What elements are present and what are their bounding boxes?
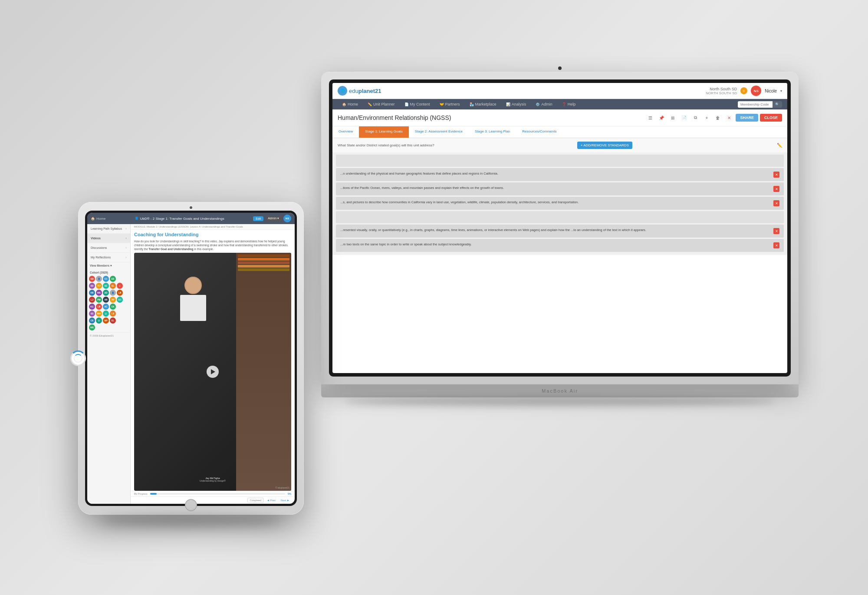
sidebar-item-discussions[interactable]: Discussions › xyxy=(87,243,130,253)
nav-my-content[interactable]: 📄 My Content xyxy=(400,99,434,109)
avatar-li2: LI xyxy=(96,317,102,324)
user-name-label: Nicole xyxy=(765,89,777,93)
avatar-pm: PM xyxy=(96,297,102,303)
prev-button[interactable]: ◄ Prev xyxy=(265,498,277,502)
pin-icon[interactable]: 📌 xyxy=(657,113,666,122)
nav-help[interactable]: ❓ Help xyxy=(558,99,580,109)
menu-icon[interactable]: ☰ xyxy=(645,113,655,122)
tab-assessment-evidence[interactable]: Stage 2: Assessment Evidence xyxy=(409,126,469,138)
laptop-device: 🌐 eduplanet21 North South SD NORTH SOUTH… xyxy=(321,72,799,410)
unit-planner-icon: ✏️ xyxy=(368,102,372,106)
sidebar-item-syllabus[interactable]: Learning Path Syllabus › xyxy=(87,224,130,234)
cohort-view-members[interactable]: View Members ▾ xyxy=(87,262,130,269)
nav-admin[interactable]: ⚙️ Admin xyxy=(531,99,557,109)
tab-learning-plan[interactable]: Stage 3: Learning Plan xyxy=(469,126,516,138)
ipad-video-container: Jay McTighe Understanding by Design® © e… xyxy=(134,253,291,491)
nav-marketplace[interactable]: 🏪 Marketplace xyxy=(465,99,501,109)
delete-row-3-button[interactable]: ✕ xyxy=(773,200,779,206)
trash-icon[interactable]: 🗑 xyxy=(713,113,723,122)
delete-row-5-button[interactable]: ✕ xyxy=(773,242,779,248)
avatar-ac: AC xyxy=(103,304,109,310)
nav-my-content-label: My Content xyxy=(410,102,430,106)
play-triangle-icon xyxy=(211,369,215,374)
delete-row-2-button[interactable]: ✕ xyxy=(773,186,779,192)
delete-icon[interactable]: ✕ xyxy=(724,113,734,122)
tab-overview[interactable]: Overview xyxy=(332,126,359,138)
avatar-we2: WE xyxy=(89,324,95,331)
content-row-2: ...tions of the Pacific Ocean, rivers, v… xyxy=(336,182,784,195)
marketplace-icon: 🏪 xyxy=(470,102,474,106)
ipad-sidebar: Learning Path Syllabus › Videos › Discus… xyxy=(87,224,131,504)
delete-row-4-button[interactable]: ✕ xyxy=(773,228,779,234)
ipad-screen: 🏠 Home 📘 UbD® - 2 Stage 1: Transfer Goal… xyxy=(87,213,295,504)
app-logo-icon: 🌐 xyxy=(338,86,347,96)
search-button[interactable]: 🔍 xyxy=(773,101,782,108)
avatar-we: WE xyxy=(96,290,102,296)
ipad-admin-button[interactable]: Admin ▾ xyxy=(265,216,282,221)
ipad-nav-home[interactable]: 🏠 Home xyxy=(91,217,105,221)
close-button[interactable]: CLOSE xyxy=(760,114,782,122)
grid-icon[interactable]: ⊞ xyxy=(668,113,677,122)
nav-unit-planner[interactable]: ✏️ Unit Planner xyxy=(363,99,399,109)
unit-title: Human/Environment Relationship (NGSS) xyxy=(338,114,451,121)
app-navbar: 🏠 Home ✏️ Unit Planner 📄 My Content xyxy=(332,99,787,109)
cohort-row-8: WE xyxy=(89,324,128,331)
add-standards-button[interactable]: + ADD/REMOVE STANDARDS xyxy=(577,142,632,149)
laptop-screen: 🌐 eduplanet21 North South SD NORTH SOUTH… xyxy=(332,83,787,373)
dropdown-arrow-icon[interactable]: ▾ xyxy=(780,89,782,93)
cohort-row-5: KG LB AC CK xyxy=(89,304,128,310)
shelf-book-3 xyxy=(238,261,289,264)
content-row-empty-1 xyxy=(336,155,784,167)
avatar-ar: AR xyxy=(103,297,109,303)
content-row-4: ...resented visually, orally, or quantit… xyxy=(336,225,784,238)
ipad-lesson-desc: How do you look for Understandings in sk… xyxy=(131,239,295,253)
shelf-book-1 xyxy=(238,255,289,257)
video-content: Jay McTighe Understanding by Design® © e… xyxy=(134,253,291,491)
video-person-shirt xyxy=(180,295,206,321)
plus-icon[interactable]: + xyxy=(702,113,711,122)
document-icon[interactable]: 📄 xyxy=(679,113,689,122)
edit-standards-icon[interactable]: ✏️ xyxy=(777,143,782,148)
laptop-base: MacBook Air xyxy=(321,384,799,397)
ipad-nav-right: Edit Admin ▾ NS xyxy=(253,215,291,222)
avatar-ad: AD xyxy=(103,290,109,296)
notification-badge: 0 xyxy=(740,87,747,94)
avatar-kg: KG xyxy=(89,304,95,310)
sidebar-item-reflections[interactable]: My Reflections › xyxy=(87,253,130,262)
completed-badge: Completed xyxy=(247,498,263,503)
admin-icon: ⚙️ xyxy=(536,102,540,106)
discussions-label: Discussions xyxy=(91,246,107,249)
ipad-home-button[interactable] xyxy=(185,499,197,511)
cohort-row-1: HH 👤 CC ES xyxy=(89,276,128,282)
tab-resources[interactable]: Resources/Comments xyxy=(516,126,562,138)
video-play-button[interactable] xyxy=(207,366,219,378)
avatar-ls: LS xyxy=(110,311,116,317)
nav-partners[interactable]: 🤝 Partners xyxy=(435,99,464,109)
content-row-3: ...s, and pictures to describe how commu… xyxy=(336,197,784,210)
delete-row-1-button[interactable]: ✕ xyxy=(773,172,779,178)
ipad-edit-button[interactable]: Edit xyxy=(253,216,263,221)
sidebar-item-videos[interactable]: Videos › xyxy=(87,234,130,243)
ipad-body: 🏠 Home 📘 UbD® - 2 Stage 1: Transfer Goal… xyxy=(78,202,304,515)
reflections-arrow-icon: › xyxy=(125,255,127,259)
video-logo-text: © eduplanet21 xyxy=(275,486,289,489)
ipad-device: 🏠 Home 📘 UbD® - 2 Stage 1: Transfer Goal… xyxy=(78,202,304,515)
ipad-screen-bezel: 🏠 Home 📘 UbD® - 2 Stage 1: Transfer Goal… xyxy=(85,211,297,506)
avatar-photo2: 👤 xyxy=(110,290,116,296)
progress-track xyxy=(150,493,285,495)
copy-icon[interactable]: ⧉ xyxy=(690,113,700,122)
syllabus-arrow-icon: › xyxy=(125,227,127,231)
nav-home[interactable]: 🏠 Home xyxy=(338,99,362,109)
video-speaker-name: Jay McTighe Understanding by Design® xyxy=(200,477,226,482)
standards-bar: What State and/or District related goal(… xyxy=(332,138,787,153)
next-button[interactable]: Next ► xyxy=(279,498,291,502)
avatar-photo1: 👤 xyxy=(96,276,102,282)
shelf-book-5 xyxy=(238,268,289,271)
shelf-book-4 xyxy=(238,265,289,268)
share-button[interactable]: SHARE xyxy=(736,114,758,122)
avatar-lb: LB xyxy=(117,290,123,296)
avatar-mh: MH xyxy=(96,311,102,317)
tab-learning-goals[interactable]: Stage 1: Learning Goals xyxy=(359,126,408,138)
nav-analysis[interactable]: 📊 Analysis xyxy=(502,99,531,109)
membership-code-input[interactable] xyxy=(738,101,773,108)
